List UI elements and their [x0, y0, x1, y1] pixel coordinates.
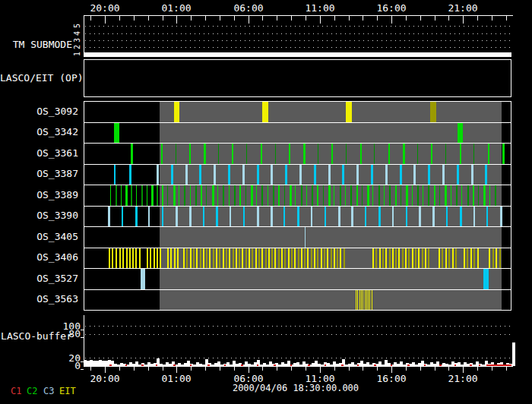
timeline-bar: [217, 185, 218, 206]
timeline-bar: [471, 165, 473, 185]
top-axis-tick: [176, 16, 177, 24]
timeline-bar: [452, 248, 454, 269]
timeline-bar: [232, 144, 233, 164]
timeline-bar: [402, 248, 404, 269]
row-track-os-3387: [84, 164, 511, 185]
row-label-os-3361: OS_3361: [0, 148, 78, 158]
timeline-bar: [151, 185, 154, 206]
timeline-bar: [119, 248, 121, 269]
timeline-bar: [176, 207, 178, 227]
timeline-bar: [147, 248, 148, 269]
tm-submode-gridline: [85, 47, 511, 48]
timeline-bar: [495, 185, 496, 206]
buffer-value-bar: [512, 342, 515, 367]
timeline-bar: [422, 248, 423, 269]
timeline-bar: [243, 207, 245, 227]
timeline-bar: [385, 248, 387, 269]
bottom-axis-label-2100: 21:00: [446, 374, 480, 383]
timeline-bar: [230, 207, 231, 227]
timeline-bar: [398, 248, 400, 269]
bottom-axis-tick: [262, 367, 263, 371]
timeline-bar: [345, 185, 346, 206]
timeline-bar: [114, 123, 119, 144]
top-axis-tick: [148, 16, 149, 21]
top-axis-tick: [391, 16, 392, 24]
timeline-bar: [338, 207, 340, 227]
tm-submode-label: TM SUBMODE: [0, 39, 72, 49]
timeline-bar: [271, 248, 273, 269]
buffer-red-mark: [173, 365, 176, 366]
timeline-bar: [121, 185, 122, 206]
timeline-bar: [110, 185, 111, 206]
timeline-bar: [157, 185, 158, 206]
timeline-bar: [162, 207, 163, 227]
timeline-bar: [299, 165, 302, 185]
top-axis-tick: [477, 16, 478, 21]
tm-level-1: 1: [74, 49, 81, 58]
top-axis-label-2000: 20:00: [88, 3, 122, 13]
timeline-bar: [245, 185, 246, 206]
timeline-bar: [388, 144, 390, 164]
top-axis-label-1100: 11:00: [303, 3, 337, 13]
top-axis-tick: [220, 16, 220, 21]
timeline-bar: [304, 248, 306, 269]
timeline-bar: [378, 185, 380, 206]
top-axis-tick: [363, 16, 363, 21]
timeline-bar: [249, 248, 250, 269]
timeline-bar: [428, 185, 429, 206]
bottom-axis-tick: [220, 367, 220, 371]
row-label-os-3092: OS_3092: [0, 106, 78, 116]
bottom-axis-tick: [90, 367, 91, 371]
row-label-os-3405: OS_3405: [0, 232, 78, 241]
timeline-bar: [295, 185, 296, 206]
timeline-bar: [201, 185, 202, 206]
bottom-axis-tick: [234, 367, 235, 371]
timeline-bar: [141, 185, 143, 206]
timeline-bar: [502, 144, 505, 164]
top-axis-tick: [334, 16, 335, 21]
row-track-os-3527: [84, 268, 511, 289]
timeline-bar: [489, 185, 490, 206]
timeline-bar: [365, 290, 366, 311]
timeline-bar: [281, 248, 283, 269]
timeline-bar: [334, 248, 335, 269]
bottom-axis-tick: [334, 367, 335, 371]
tm-submode-gridline: [85, 40, 511, 41]
timeline-bar: [141, 269, 145, 289]
timeline-bar: [203, 248, 204, 269]
timeline-bar: [477, 248, 479, 269]
timeline-bar: [193, 248, 195, 269]
timeline-bar: [206, 248, 207, 269]
bottom-axis-label-1600: 16:00: [375, 374, 408, 383]
timeline-bar: [360, 144, 362, 164]
tm-submode-gridline: [85, 26, 511, 27]
timeline-bar: [366, 290, 367, 311]
timeline-bar: [337, 248, 338, 269]
timeline-bar: [318, 144, 318, 164]
timeline-bar: [200, 248, 201, 269]
timeline-bar: [261, 144, 262, 164]
timeline-bar: [268, 248, 270, 269]
timeline-bar: [488, 144, 489, 164]
timeline-bar: [478, 185, 479, 206]
timeline-bar: [408, 248, 410, 269]
timeline-bar: [216, 248, 217, 269]
timeline-bar: [285, 165, 287, 185]
timeline-bar: [278, 185, 280, 206]
timeline-bar: [311, 248, 312, 269]
timeline-bar: [195, 185, 197, 206]
timeline-bar: [173, 185, 176, 206]
top-axis-tick: [320, 16, 321, 24]
timeline-bar: [368, 290, 369, 311]
timeline-bar: [204, 144, 206, 164]
timeline-bar: [174, 248, 176, 269]
timeline-bar: [239, 185, 241, 206]
timeline-bar: [174, 102, 179, 122]
top-axis-tick: [435, 16, 435, 21]
timeline-bar: [392, 248, 394, 269]
buffer-red-mark: [470, 365, 472, 366]
timeline-bar: [467, 185, 469, 206]
bottom-axis-tick: [406, 367, 407, 371]
timeline-bar: [284, 185, 285, 206]
timeline-bar: [389, 185, 391, 206]
